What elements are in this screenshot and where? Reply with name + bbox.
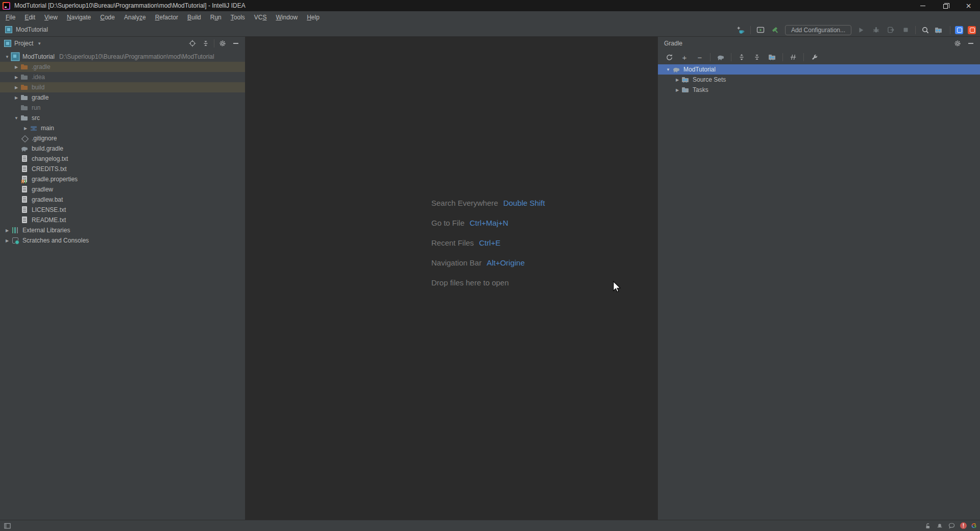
tree-item[interactable]: ▶ main (0, 123, 245, 133)
restore-window-button[interactable] (934, 0, 957, 11)
group-modules-icon[interactable] (767, 52, 777, 62)
stop-icon[interactable] (900, 25, 911, 35)
project-icon (11, 53, 20, 61)
gear-icon[interactable] (217, 38, 228, 49)
plugin-orange-icon[interactable] (968, 26, 976, 34)
tree-item[interactable]: .gitignore (0, 133, 245, 143)
chevron-collapsed-icon[interactable]: ▶ (12, 75, 20, 80)
chevron-expanded-icon[interactable]: ▼ (3, 55, 11, 59)
menu-tools[interactable]: Tools (226, 14, 250, 21)
hide-panel-icon[interactable] (231, 38, 241, 49)
editor-empty-shortcuts: Search EverywhereDouble Shift Go to File… (431, 193, 545, 293)
tree-item[interactable]: run (0, 103, 245, 113)
tree-item[interactable]: gradlew (0, 184, 245, 195)
chevron-down-icon[interactable]: ▼ (37, 41, 41, 46)
chevron-collapsed-icon[interactable]: ▶ (12, 95, 20, 100)
libraries-icon (11, 226, 19, 234)
event-log-icon[interactable] (948, 522, 955, 529)
add-with-cup-icon[interactable] (736, 25, 746, 35)
offline-mode-icon[interactable] (788, 52, 798, 62)
tree-item-root[interactable]: ▼ ModTutorial D:\Superloup10\Bureau\Prog… (0, 52, 245, 62)
chevron-collapsed-icon[interactable]: ▶ (673, 88, 681, 92)
toolwindow-switcher-icon[interactable] (4, 522, 11, 529)
add-configuration-button[interactable]: Add Configuration... (785, 25, 851, 35)
menu-view[interactable]: View (40, 14, 62, 21)
menu-code[interactable]: Code (95, 14, 119, 21)
tree-item[interactable]: gradle.properties (0, 174, 245, 184)
gradle-panel-title[interactable]: Gradle (662, 40, 682, 47)
execute-gradle-task-icon[interactable] (716, 52, 726, 62)
chevron-expanded-icon[interactable]: ▼ (12, 116, 20, 120)
drop-files-hint: Drop files here to open (431, 273, 545, 293)
navigation-bar[interactable]: ModTutorial (0, 26, 48, 33)
tree-item[interactable]: ▶ gradle (0, 92, 245, 103)
text-file-icon (20, 196, 29, 204)
unlocked-icon[interactable] (924, 522, 932, 529)
text-file-icon (20, 185, 29, 194)
locate-file-icon[interactable] (187, 38, 198, 49)
error-notification-icon[interactable]: ! (960, 522, 967, 529)
chevron-collapsed-icon[interactable]: ▶ (12, 65, 20, 69)
menu-navigate[interactable]: Navigate (62, 14, 95, 21)
run-dashboard-icon[interactable] (755, 25, 766, 35)
chevron-expanded-icon[interactable]: ▼ (664, 67, 672, 72)
refresh-icon[interactable] (664, 52, 674, 62)
menu-edit[interactable]: Edit (20, 14, 40, 21)
minimize-window-button[interactable] (911, 0, 934, 11)
chevron-collapsed-icon[interactable]: ▶ (3, 228, 11, 233)
editor-area[interactable]: Search EverywhereDouble Shift Go to File… (246, 37, 657, 520)
menu-run[interactable]: Run (206, 14, 226, 21)
google-translate-status-icon[interactable]: G (971, 522, 976, 529)
menu-vcs[interactable]: VCS (250, 14, 272, 21)
chevron-collapsed-icon[interactable]: ▶ (21, 126, 30, 131)
detach-project-icon[interactable]: − (695, 52, 705, 62)
status-bar: ! G (0, 520, 980, 531)
collapse-all-icon[interactable] (752, 52, 762, 62)
search-everywhere-icon[interactable] (920, 25, 930, 35)
collapse-all-icon[interactable] (201, 38, 211, 49)
chevron-collapsed-icon[interactable]: ▶ (12, 85, 20, 90)
translate-plugin-icon[interactable] (955, 26, 963, 34)
expand-all-icon[interactable] (737, 52, 747, 62)
menu-help[interactable]: Help (302, 14, 324, 21)
tree-item[interactable]: ▶ build (0, 82, 245, 92)
restore-icon (943, 4, 948, 9)
text-file-icon (20, 165, 29, 173)
window-title: ModTutorial [D:\Superloup10\Bureau\Progr… (14, 2, 911, 9)
project-panel-title[interactable]: Project (14, 40, 33, 47)
run-with-coverage-icon[interactable] (886, 25, 896, 35)
tree-item[interactable]: changelog.txt (0, 154, 245, 164)
tree-item[interactable]: build.gradle (0, 143, 245, 154)
settings-wrench-icon[interactable] (809, 52, 819, 62)
gradle-tree-item-root[interactable]: ▼ ModTutorial (658, 64, 980, 75)
tree-item-scratches[interactable]: ▶ Scratches and Consoles (0, 235, 245, 246)
chevron-collapsed-icon[interactable]: ▶ (673, 78, 681, 82)
menu-window[interactable]: Window (271, 14, 302, 21)
tree-item-external-libraries[interactable]: ▶ External Libraries (0, 225, 245, 235)
tree-item[interactable]: ▼ src (0, 113, 245, 123)
menu-build[interactable]: Build (183, 14, 206, 21)
tree-item[interactable]: LICENSE.txt (0, 205, 245, 215)
project-structure-icon[interactable] (935, 25, 945, 35)
gradle-tree-item-tasks[interactable]: ▶ Tasks (658, 85, 980, 95)
hide-panel-icon[interactable] (966, 38, 976, 49)
build-hammer-icon[interactable] (770, 25, 780, 35)
close-window-button[interactable]: × (957, 0, 980, 11)
inspections-profile-icon[interactable] (936, 522, 943, 529)
gradle-tree-item-source-sets[interactable]: ▶ Source Sets (658, 75, 980, 85)
menu-analyze[interactable]: Analyze (119, 14, 151, 21)
debug-icon[interactable] (871, 25, 881, 35)
menu-refactor[interactable]: Refactor (151, 14, 183, 21)
menu-file[interactable]: File (1, 14, 20, 21)
navbar-project-crumb[interactable]: ModTutorial (16, 26, 48, 33)
tree-item[interactable]: ▶ .gradle (0, 62, 245, 72)
main-toolbar: ModTutorial Add Configuration... (0, 23, 980, 37)
tree-item[interactable]: gradlew.bat (0, 195, 245, 205)
tree-item[interactable]: README.txt (0, 215, 245, 225)
tree-item[interactable]: ▶ .idea (0, 72, 245, 82)
run-icon[interactable] (856, 25, 866, 35)
tree-item[interactable]: CREDITS.txt (0, 164, 245, 174)
attach-project-icon[interactable]: + (679, 52, 690, 62)
gear-icon[interactable] (952, 38, 963, 49)
chevron-collapsed-icon[interactable]: ▶ (3, 238, 11, 243)
